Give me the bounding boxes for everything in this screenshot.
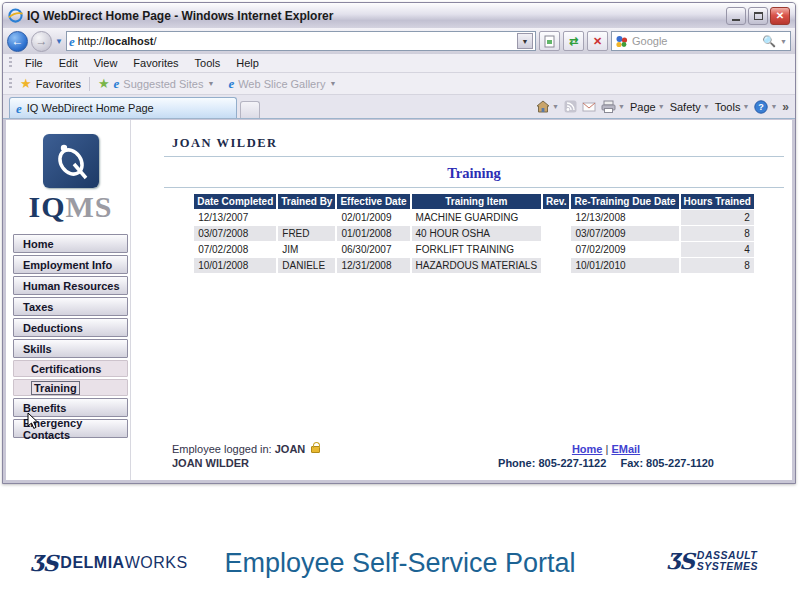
employee-name-heading: JOAN WILDER: [172, 136, 784, 151]
toolbar-overflow-button[interactable]: »: [782, 100, 789, 114]
menu-bar: File Edit View Favorites Tools Help: [3, 54, 795, 73]
table-cell: [543, 226, 569, 241]
table-cell: 40 HOUR OSHA: [412, 226, 542, 241]
column-header: Training Item: [412, 194, 542, 209]
column-header: Rev.: [543, 194, 569, 209]
compatibility-view-button[interactable]: [539, 31, 560, 51]
table-cell: [543, 242, 569, 257]
search-box[interactable]: Google 🔍 ▼: [611, 31, 791, 51]
table-header-row: Date Completed Trained By Effective Date…: [194, 194, 754, 209]
add-favorite-icon[interactable]: ★: [98, 76, 110, 91]
menu-view[interactable]: View: [87, 55, 125, 71]
search-dropdown-icon[interactable]: ▼: [780, 38, 787, 45]
sidebar-item-training[interactable]: Training: [13, 379, 128, 396]
maximize-button[interactable]: [748, 7, 768, 25]
3ds-glyph-icon: ƷS: [666, 550, 692, 572]
page-content: IQMS Home Employment Info Human Resource…: [6, 120, 792, 480]
forward-button[interactable]: →: [31, 31, 52, 52]
stop-button[interactable]: ✕: [587, 31, 608, 51]
home-link[interactable]: Home: [572, 443, 603, 455]
feeds-button[interactable]: [564, 100, 577, 113]
tools-menu-button[interactable]: Tools▼: [715, 101, 750, 113]
column-header: Hours Trained: [681, 194, 754, 209]
close-button[interactable]: ✕: [770, 7, 790, 25]
command-bar: ▼ ▼: [536, 95, 789, 118]
refresh-button[interactable]: ⇄: [563, 31, 584, 51]
sidebar-item-home[interactable]: Home: [13, 234, 128, 253]
table-cell: 06/30/2007: [337, 242, 409, 257]
menu-edit[interactable]: Edit: [52, 55, 85, 71]
iqms-wordmark: IQMS: [13, 190, 128, 224]
table-cell: 12/13/2007: [194, 210, 276, 225]
column-header: Re-Training Due Date: [571, 194, 678, 209]
sidebar-item-human-resources[interactable]: Human Resources: [13, 276, 128, 295]
help-button[interactable]: ? ▼: [754, 100, 777, 114]
favorites-bar: ★ Favorites ★ e Suggested Sites ▼ e Web …: [3, 73, 795, 95]
new-tab-button[interactable]: [240, 101, 260, 118]
tab-iq-webdirect[interactable]: e IQ WebDirect Home Page: [9, 97, 237, 118]
logged-in-label: Employee logged in:: [172, 443, 272, 455]
column-header: Date Completed: [194, 194, 276, 209]
table-cell: DANIELE: [278, 258, 335, 273]
lock-icon: [311, 446, 320, 453]
web-slice-gallery-button[interactable]: Web Slice Gallery: [238, 78, 325, 90]
menu-favorites[interactable]: Favorites: [126, 55, 185, 71]
employee-fullname: JOAN WILDER: [172, 456, 320, 470]
mail-icon: [582, 101, 596, 113]
chevron-down-icon[interactable]: ▼: [207, 80, 214, 87]
sidebar-item-employment-info[interactable]: Employment Info: [13, 255, 128, 274]
menu-tools[interactable]: Tools: [188, 55, 228, 71]
page-title: Training: [164, 165, 784, 182]
dassault-systemes-logo: ƷS DASSAULT SYSTEMES: [666, 550, 758, 572]
url-text[interactable]: http://localhost/: [78, 35, 514, 47]
table-row: 07/02/2008 JIM 06/30/2007 FORKLIFT TRAIN…: [194, 242, 754, 257]
safety-menu-button[interactable]: Safety▼: [670, 101, 710, 113]
browser-window: IQ WebDirect Home Page - Windows Interne…: [2, 2, 796, 484]
table-cell: 8: [681, 258, 754, 273]
table-cell: 12/13/2008: [571, 210, 678, 225]
read-mail-button[interactable]: [582, 101, 596, 113]
chevron-down-icon[interactable]: ▼: [329, 80, 336, 87]
page-menu-button[interactable]: Page▼: [630, 101, 665, 113]
table-cell: 07/02/2009: [571, 242, 678, 257]
printer-icon: [601, 100, 616, 113]
sidebar-item-skills[interactable]: Skills: [13, 339, 128, 358]
suggested-sites-button[interactable]: Suggested Sites: [123, 78, 203, 90]
minimize-button[interactable]: [726, 7, 746, 25]
table-cell: 8: [681, 226, 754, 241]
table-cell: HAZARDOUS MATERIALS: [412, 258, 542, 273]
table-cell: 4: [681, 242, 754, 257]
email-link[interactable]: EMail: [611, 443, 640, 455]
table-cell: 10/01/2010: [571, 258, 678, 273]
search-input[interactable]: Google: [632, 35, 758, 47]
web-slice-icon: e: [228, 77, 234, 90]
main-panel: JOAN WILDER Training Date Completed Trai…: [164, 120, 784, 480]
table-cell: 03/07/2008: [194, 226, 276, 241]
table-cell: 12/31/2008: [337, 258, 409, 273]
address-dropdown-button[interactable]: ▼: [517, 33, 533, 49]
table-cell: JIM: [278, 242, 335, 257]
home-button[interactable]: ▼: [536, 100, 559, 113]
favorites-star-icon[interactable]: ★: [20, 76, 32, 91]
sidebar: IQMS Home Employment Info Human Resource…: [11, 120, 131, 480]
column-header: Trained By: [278, 194, 335, 209]
sidebar-item-deductions[interactable]: Deductions: [13, 318, 128, 337]
menu-help[interactable]: Help: [229, 55, 266, 71]
logged-in-info: Employee logged in: JOAN JOAN WILDER: [172, 442, 320, 470]
table-cell: 02/01/2009: [337, 210, 409, 225]
title-bar[interactable]: IQ WebDirect Home Page - Windows Interne…: [3, 3, 795, 28]
print-button[interactable]: ▼: [601, 100, 625, 113]
table-cell: 03/07/2009: [571, 226, 678, 241]
address-bar[interactable]: e http://localhost/ ▼: [66, 31, 536, 51]
favorites-button[interactable]: Favorites: [36, 78, 81, 90]
training-table: Date Completed Trained By Effective Date…: [192, 193, 756, 274]
menu-file[interactable]: File: [18, 55, 50, 71]
back-button[interactable]: ←: [7, 31, 28, 52]
help-icon: ?: [754, 100, 768, 114]
search-magnifier-icon[interactable]: 🔍: [762, 35, 776, 48]
history-dropdown-icon[interactable]: ▼: [55, 37, 63, 46]
sidebar-item-certifications[interactable]: Certifications: [13, 360, 128, 377]
phone-number: Phone: 805-227-1122: [498, 457, 606, 469]
iqms-logo-icon: [43, 134, 99, 188]
sidebar-item-taxes[interactable]: Taxes: [13, 297, 128, 316]
